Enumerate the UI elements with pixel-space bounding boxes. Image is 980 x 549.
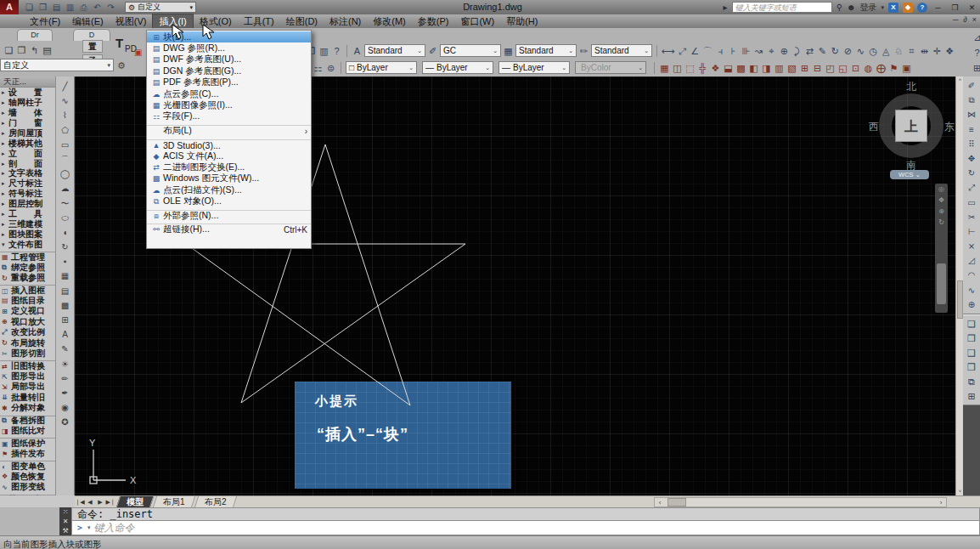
doc-close-icon[interactable]: × [972,15,977,24]
chevron-down-icon[interactable]: ▾ [881,2,884,14]
draw-icon[interactable]: ◖ [60,226,70,239]
layout-tab[interactable]: 布局2 [194,496,236,507]
draw-icon[interactable]: 〜 [60,197,70,210]
quick-access-icon[interactable]: ⎙ [78,2,89,14]
scrollbar-thumb[interactable] [667,498,686,507]
draw-icon[interactable]: ∿ [60,94,70,107]
command-input[interactable]: 键入命令 [94,521,135,535]
doc-restore-icon[interactable]: ∂ [963,15,966,24]
nav-wheel-icon[interactable]: ◎ [935,184,948,195]
modify-icon[interactable]: ∿ [966,285,977,297]
modify-icon[interactable]: ▭ [966,197,977,209]
draw-icon[interactable]: ↻ [60,241,70,253]
draw-icon[interactable]: ▪ [60,255,70,268]
toolbar-icon[interactable]: ⊿ [972,31,980,43]
toolbar-icon[interactable]: ❐ [16,44,27,56]
layer-icon[interactable]: ◍ [863,62,874,74]
dimension-icon[interactable]: ◷ [868,45,879,57]
chevron-down-icon[interactable]: ▾ [87,524,91,531]
viewcube-west-label[interactable]: 西 [867,120,881,134]
layer-icon[interactable]: ◰ [825,62,836,74]
palette-tool[interactable]: ✱ 分解对象 [0,403,55,413]
menu-entry[interactable]: ▤ DWG 参照(R)... › [147,42,311,54]
palette-tool[interactable]: ⊞ 定义视口 [0,306,55,316]
menu-item[interactable]: 工具(T) [238,14,280,29]
dimension-icon[interactable]: ⌖ [766,45,777,57]
property-dropdown[interactable]: — ByLayer ⌄ [498,61,570,74]
menu-entry[interactable]: ▤ PDF 参考底图(P)... › [147,77,311,88]
layer-icon[interactable]: ▣ [901,62,912,74]
dimension-icon[interactable]: ⟷ [662,45,675,57]
toolbar-icon[interactable]: ⊞ [972,62,980,74]
nav-zoom-icon[interactable]: ⊕ [935,206,948,217]
toolbar-icon[interactable]: ⊜ [325,62,336,74]
modify-icon[interactable]: ≡ [966,124,977,136]
modify-icon[interactable]: ⊕ [966,299,977,311]
modify-icon[interactable]: ↻ [966,167,977,179]
menu-item[interactable]: 参数(P) [412,14,455,29]
layer-icon[interactable]: ⊡ [850,62,861,74]
menu-item[interactable]: 文件(F) [24,14,66,29]
dimension-icon[interactable]: ⊘ [842,45,853,57]
close-command-icon[interactable]: ✕ [59,517,71,526]
menu-entry[interactable]: ◆ ACIS 文件(A)... › [147,150,311,161]
palette-tool[interactable]: ↻ 布局旋转 [0,338,55,348]
palette-tab-dr[interactable]: Dr [17,29,53,41]
menu-item[interactable]: 编辑(E) [66,14,110,29]
navigation-bar[interactable]: ◎ ✥ ⊕ ↻ [935,184,948,313]
text-tool-icon[interactable]: T [115,36,123,50]
quick-access-icon[interactable]: ▤ [51,2,62,14]
palette-tool[interactable]: ∿ 图形变线 [0,482,55,492]
tab-nav-icon[interactable]: ▶ [95,499,105,506]
palette-tool[interactable]: ⇲ 局部导出 [0,382,55,392]
style-dropdown[interactable]: A Standard⌄ [352,44,425,57]
quick-access-icon[interactable]: ↶ [92,2,103,14]
style-dropdown[interactable]: ▦ Standard⌄ [503,44,577,57]
menu-entry[interactable]: ▤ DWF 参考底图(U)... › [147,54,311,65]
close-button[interactable]: ✕ [966,3,978,13]
palette-tool[interactable]: ⚑ 插件发布 [0,449,55,459]
palette-tool[interactable]: ▤ 图纸目录 [0,296,55,306]
palette-tab-d[interactable]: D [73,29,110,41]
customize-dropdown[interactable]: 自定义 ▾ [0,59,114,71]
draw-icon[interactable]: ✪ [60,416,70,428]
dimension-icon[interactable]: ❖ [944,45,955,57]
app-logo-icon[interactable]: A [0,0,19,14]
dimension-icon[interactable]: ⤸ [791,45,803,57]
layer-icon[interactable]: ▧ [786,62,797,74]
tab-nav-icon[interactable]: ▶❘ [105,499,115,506]
search-icon[interactable]: ⚲ [836,2,842,14]
quick-access-icon[interactable]: ❏ [24,2,35,14]
layer-icon[interactable]: ❖ [710,62,721,74]
draw-icon[interactable]: ⊞ [60,314,70,326]
dimension-icon[interactable]: ⇄ [804,45,815,57]
viewcube-top-face[interactable]: 上 [895,110,927,142]
palette-tool[interactable]: ↻ 重载参照 [0,273,55,283]
draw-icon[interactable]: ☁ [60,182,70,195]
layer-icon[interactable]: ◨ [761,62,772,74]
menu-entry[interactable]: ⚯ 超链接(H)... Ctrl+K › [147,224,311,235]
menu-entry[interactable]: ▤ DGN 参考底图(G)... › [147,65,311,76]
palette-tool[interactable]: ◨ 图纸比对 [0,426,55,436]
menu-item[interactable]: 帮助(H) [500,14,544,29]
draw-icon[interactable]: ◯ [60,167,70,180]
viewcube-east-label[interactable]: 东 [943,120,955,134]
palette-tool[interactable]: ✂ 图形切割 [0,348,55,359]
draw-icon[interactable]: ╱ [60,80,70,93]
quick-access-icon[interactable]: ❐ [37,2,48,14]
toolbar-icon[interactable]: ? [972,47,980,59]
palette-tool[interactable]: ▦ 工程管理 [0,252,55,262]
modify-icon[interactable]: ⨯ [966,241,977,252]
menu-entry[interactable]: ⧈ 外部参照(N)... › [147,210,311,221]
dimension-icon[interactable]: ⌒ [702,45,713,57]
palette-category[interactable]: ▾ 文件布图 [0,240,55,250]
draw-icon[interactable]: ▦ [60,269,70,282]
dimension-icon[interactable]: ⊕ [779,45,790,57]
draw-icon[interactable]: ◉ [60,401,70,414]
draw-icon[interactable]: ▭ [60,139,70,151]
exchange-icon[interactable]: X [888,3,898,13]
modify-icon[interactable]: ✂ [966,212,977,224]
group-icon[interactable]: ❐ [966,332,977,344]
dimension-icon[interactable]: ♘ [893,45,904,57]
layer-icon[interactable]: ⬚ [684,62,696,74]
